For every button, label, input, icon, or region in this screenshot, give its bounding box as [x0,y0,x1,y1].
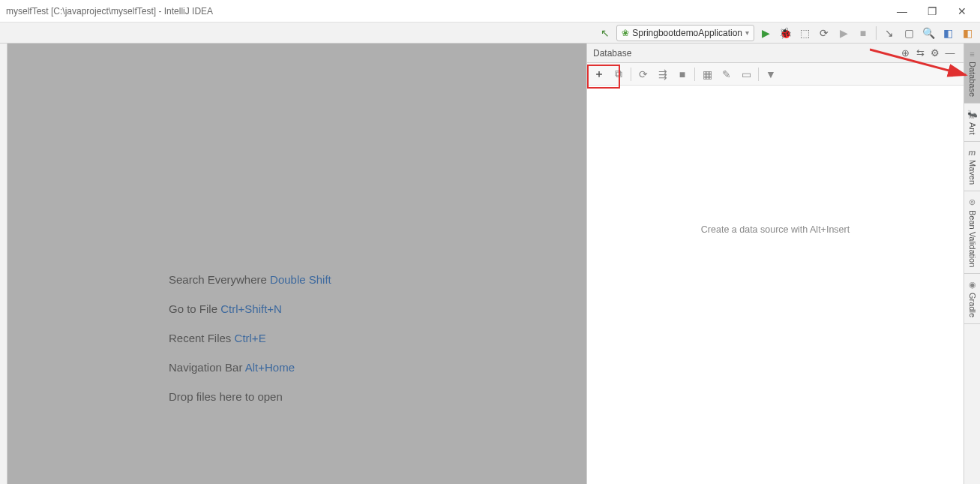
toolbar-separator [876,26,877,40]
db-toolbar-separator [758,68,759,81]
welcome-row: Drop files here to open [169,382,331,411]
side-tab-database[interactable]: ≡Database [964,44,980,104]
sync-icon[interactable]: ⇶ [654,65,672,83]
db-toolbar-separator [631,68,631,81]
panel-split-icon[interactable]: ⇆ [913,46,928,61]
database-icon: ≡ [970,50,974,59]
edit-icon[interactable]: ✎ [718,65,736,83]
welcome-row: Search Everywhere Double Shift [169,265,331,294]
left-gutter[interactable] [0,44,7,484]
run-anything-icon[interactable]: ▶ [835,25,852,41]
database-panel: Database ⊕ ⇆ ⚙ — ＋ ⧉ ⟳ ⇶ ■ ▦ ✎ ▭ ▼ Creat… [586,44,964,484]
main-area: Search Everywhere Double Shift Go to Fil… [0,44,980,484]
window-title: myselfTest [C:\javaproject\myselfTest] -… [6,6,896,17]
profile-icon[interactable]: ⟳ [816,25,832,41]
run-icon[interactable]: ▶ [757,25,774,41]
database-toolbar: ＋ ⧉ ⟳ ⇶ ■ ▦ ✎ ▭ ▼ [587,63,964,86]
table-icon[interactable]: ▦ [698,65,716,83]
search-icon[interactable]: 🔍 [920,25,937,41]
chevron-down-icon: ▾ [745,29,749,37]
minimize-button[interactable]: — [896,5,908,17]
maximize-button[interactable]: ❐ [926,5,938,17]
window-controls: — ❐ ✕ [896,5,974,17]
tool2-icon[interactable]: ◧ [959,25,976,41]
panel-settings-icon[interactable]: ⚙ [928,46,943,61]
database-panel-title: Database [593,48,898,59]
welcome-row: Navigation Bar Alt+Home [169,353,331,382]
pull-icon[interactable]: ▢ [901,25,917,41]
database-empty-message: Create a data source with Alt+Insert [587,86,964,484]
tool1-icon[interactable]: ◧ [940,25,956,41]
titlebar: myselfTest [C:\javaproject\myselfTest] -… [0,0,980,23]
side-tab-bean-validation[interactable]: ⊚Bean Validation [964,191,980,274]
run-config-label: SpringbootdemoApplication [632,28,742,38]
build-icon[interactable]: ↖ [597,25,613,41]
refresh-icon[interactable]: ⟳ [634,65,652,83]
welcome-row: Recent Files Ctrl+E [169,323,331,353]
filter-icon[interactable]: ▼ [762,65,780,83]
debug-icon[interactable]: 🐞 [777,25,793,41]
welcome-shortcuts: Search Everywhere Double Shift Go to Fil… [169,265,331,411]
gradle-icon: ◉ [969,280,976,290]
side-tab-ant[interactable]: 🐜Ant [964,104,980,142]
spring-leaf-icon: ❀ [622,28,629,38]
stop-icon[interactable]: ■ [855,25,871,41]
db-toolbar-separator [694,68,695,81]
panel-hide-icon[interactable]: — [943,46,958,61]
side-tab-gradle[interactable]: ◉Gradle [964,274,980,324]
main-toolbar: ↖ ❀ SpringbootdemoApplication ▾ ▶ 🐞 ⬚ ⟳ … [0,23,980,44]
maven-icon: m [969,148,976,157]
duplicate-icon[interactable]: ⧉ [610,65,628,83]
side-tab-maven[interactable]: mMaven [964,142,980,191]
welcome-row: Go to File Ctrl+Shift+N [169,294,331,323]
right-side-tabs: ≡Database 🐜Ant mMaven ⊚Bean Validation ◉… [964,44,980,484]
add-datasource-icon[interactable]: ＋ [590,65,608,83]
update-icon[interactable]: ↘ [881,25,898,41]
console-icon[interactable]: ▭ [737,65,755,83]
bean-icon: ⊚ [969,197,976,207]
ant-icon: 🐜 [967,110,978,119]
stop-query-icon[interactable]: ■ [673,65,691,83]
run-config-selector[interactable]: ❀ SpringbootdemoApplication ▾ [616,25,754,41]
editor-welcome-area[interactable]: Search Everywhere Double Shift Go to Fil… [7,44,586,484]
coverage-icon[interactable]: ⬚ [796,25,813,41]
database-panel-header: Database ⊕ ⇆ ⚙ — [587,44,964,63]
close-button[interactable]: ✕ [956,5,968,17]
panel-target-icon[interactable]: ⊕ [898,46,913,61]
